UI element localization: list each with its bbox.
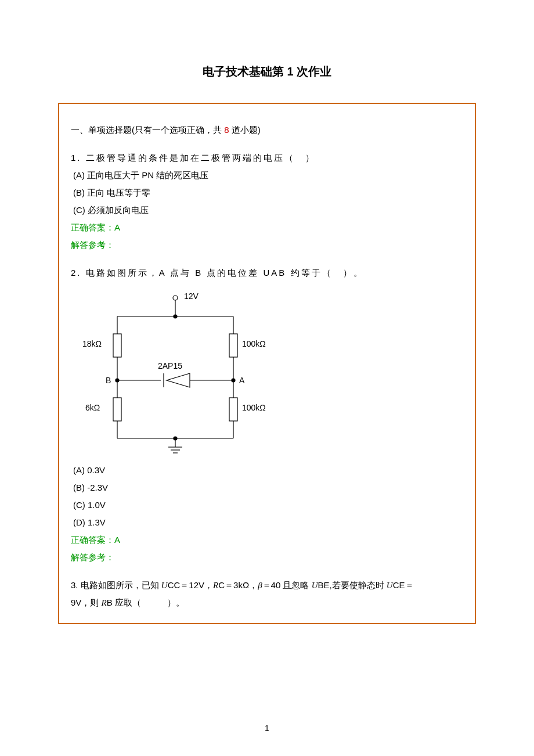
question-2-option-c: (C) 1.0V [73,496,463,514]
circuit-label-r100k-top: 100kΩ [242,339,266,348]
q3-line2-pre: 9V，则 [71,597,102,607]
svg-rect-12 [229,334,237,357]
question-2-option-d: (D) 1.3V [73,514,463,531]
question-1-option-b: (B) 正向 电压等于零 [73,184,463,201]
q3-ube-sub: BE,若要使静态时 [317,580,386,590]
q3-ucc-sub: CC＝12V， [168,580,213,590]
q3-uce-sym: U [387,581,393,590]
question-2-explain: 解答参考： [71,549,463,566]
q3-beta-post: ＝40 且忽略 [262,580,312,590]
svg-rect-9 [113,398,121,421]
circuit-label-r6k: 6kΩ [85,403,100,412]
svg-marker-26 [167,373,190,387]
q3-pre: 3. 电路如图所示，已知 [71,580,161,590]
svg-point-0 [173,296,178,300]
circuit-label-r100k-bot: 100kΩ [242,403,266,412]
section-heading-pre: 一、单项选择题(只有一个选项正确，共 [71,125,224,135]
q3-ucc-sym: U [161,581,168,590]
question-2-option-a: (A) 0.3V [73,462,463,479]
document-page: 电子技术基础第 1 次作业 一、单项选择题(只有一个选项正确，共 8 道小题) … [0,0,534,756]
svg-rect-5 [113,334,121,357]
svg-rect-16 [229,398,237,421]
circuit-label-b: B [106,376,111,385]
question-2-text: 2. 电路如图所示，A 点与 B 点的电位差 UAB 约等于（ ）。 [71,264,463,282]
circuit-label-r18k: 18kΩ [82,339,102,348]
question-1-explain: 解答参考： [71,236,463,254]
q3-beta-sym: β [258,581,262,590]
section-heading-count: 8 [224,125,229,135]
page-number: 1 [58,723,476,733]
circuit-label-a: A [239,376,245,385]
question-1-option-a: (A) 正向电压大于 PN 结的死区电压 [73,167,463,184]
question-1-text: 1. 二极管导通的条件是加在二极管两端的电压（ ） [71,149,463,167]
question-1-option-c: (C) 必须加反向电压 [73,201,463,219]
question-3: 3. 电路如图所示，已知 UCC＝12V，RC＝3kΩ，β＝40 且忽略 UBE… [71,577,463,611]
circuit-label-diode: 2AP15 [158,361,182,370]
q3-rc-sym: R [213,581,218,590]
circuit-diagram: 12V 18kΩ 100kΩ 2AP15 B A 6kΩ 100kΩ [71,287,280,456]
circuit-label-12v: 12V [184,291,199,301]
question-2-answer: 正确答案：A [71,531,463,549]
content-box: 一、单项选择题(只有一个选项正确，共 8 道小题) 1. 二极管导通的条件是加在… [58,103,476,624]
q3-rb-sym: R [102,598,107,607]
question-1-answer: 正确答案：A [71,219,463,236]
question-2-option-b: (B) -2.3V [73,479,463,496]
q3-ube-sym: U [312,581,318,590]
q3-uce-sub: CE＝ [393,580,414,590]
page-title: 电子技术基础第 1 次作业 [58,64,476,80]
q3-rc-sub: C＝3kΩ， [218,580,258,590]
question-2: 2. 电路如图所示，A 点与 B 点的电位差 UAB 约等于（ ）。 [71,264,463,566]
section-heading-post: 道小题) [229,125,261,135]
q3-rb-sub: B 应取（ ）。 [107,597,185,607]
question-1: 1. 二极管导通的条件是加在二极管两端的电压（ ） (A) 正向电压大于 PN … [71,149,463,254]
section-heading: 一、单项选择题(只有一个选项正确，共 8 道小题) [71,121,463,139]
